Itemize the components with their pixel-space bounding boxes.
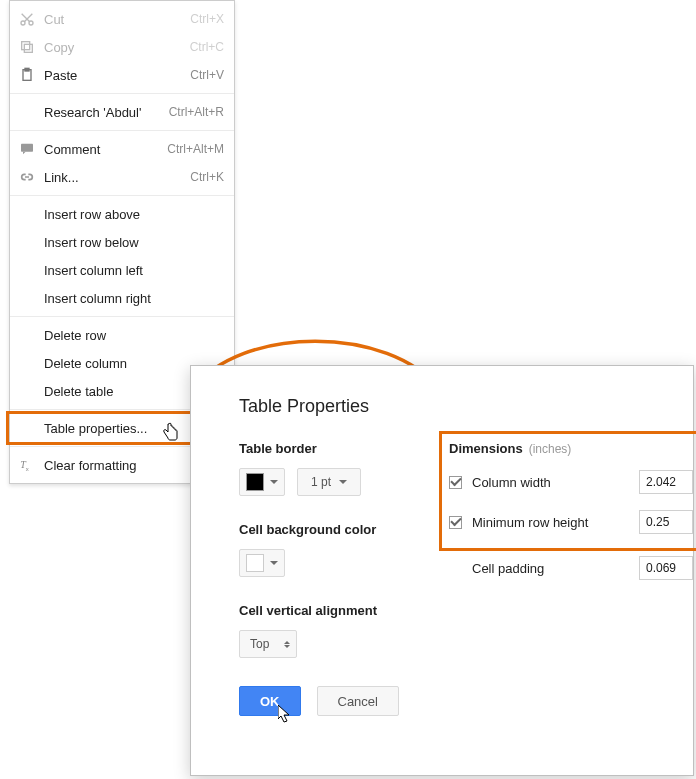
menu-item-shortcut: Ctrl+Alt+R xyxy=(169,105,224,119)
row-height-label: Minimum row height xyxy=(472,515,639,530)
stepper-caret-icon xyxy=(284,641,290,648)
row-height-checkbox[interactable] xyxy=(449,516,462,529)
cursor-arrow-icon xyxy=(278,705,294,725)
svg-rect-3 xyxy=(22,42,30,50)
svg-rect-2 xyxy=(24,44,32,52)
menu-item-label: Link... xyxy=(44,170,190,185)
chevron-down-icon xyxy=(339,480,347,484)
menu-item-cut: CutCtrl+X xyxy=(10,5,234,33)
ok-button[interactable]: OK xyxy=(239,686,301,716)
menu-item-label: Delete row xyxy=(44,328,224,343)
menu-item-label: Insert row above xyxy=(44,207,224,222)
dialog-title: Table Properties xyxy=(191,396,693,417)
cancel-button[interactable]: Cancel xyxy=(317,686,399,716)
cut-icon xyxy=(18,10,36,28)
menu-item-label: Comment xyxy=(44,142,167,157)
table-properties-dialog: Table Properties Table border 1 pt Cell xyxy=(190,365,694,776)
column-width-label: Column width xyxy=(472,475,639,490)
menu-separator xyxy=(10,316,234,317)
column-width-checkbox[interactable] xyxy=(449,476,462,489)
menu-item-label: Copy xyxy=(44,40,190,55)
row-height-input[interactable] xyxy=(639,510,693,534)
menu-separator xyxy=(10,130,234,131)
chevron-down-icon xyxy=(270,561,278,565)
copy-icon xyxy=(18,38,36,56)
menu-separator xyxy=(10,195,234,196)
menu-item-label: Research 'Abdul' xyxy=(44,105,169,120)
menu-item-shortcut: Ctrl+Alt+M xyxy=(167,142,224,156)
cell-bg-color-dropdown[interactable] xyxy=(239,549,285,577)
svg-text:x: x xyxy=(26,466,29,472)
menu-item-insert-row-above[interactable]: Insert row above xyxy=(10,200,234,228)
menu-item-comment[interactable]: CommentCtrl+Alt+M xyxy=(10,135,234,163)
menu-item-link[interactable]: Link...Ctrl+K xyxy=(10,163,234,191)
link-icon xyxy=(18,168,36,186)
menu-item-shortcut: Ctrl+C xyxy=(190,40,224,54)
border-color-dropdown[interactable] xyxy=(239,468,285,496)
comment-icon xyxy=(18,140,36,158)
svg-rect-6 xyxy=(21,144,33,152)
menu-item-label: Insert column right xyxy=(44,291,224,306)
menu-item-insert-column-left[interactable]: Insert column left xyxy=(10,256,234,284)
menu-item-label: Cut xyxy=(44,12,190,27)
svg-rect-5 xyxy=(25,68,29,71)
menu-item-insert-row-below[interactable]: Insert row below xyxy=(10,228,234,256)
dimensions-label: Dimensions xyxy=(449,441,523,456)
paste-icon xyxy=(18,66,36,84)
cell-padding-input[interactable] xyxy=(639,556,693,580)
menu-item-label: Insert row below xyxy=(44,235,224,250)
menu-item-insert-column-right[interactable]: Insert column right xyxy=(10,284,234,312)
color-swatch-icon xyxy=(246,554,264,572)
vertical-align-label: Cell vertical alignment xyxy=(239,603,449,618)
cell-bg-label: Cell background color xyxy=(239,522,449,537)
table-border-label: Table border xyxy=(239,441,449,456)
menu-item-label: Insert column left xyxy=(44,263,224,278)
menu-item-shortcut: Ctrl+K xyxy=(190,170,224,184)
clear-format-icon: Tx xyxy=(18,456,36,474)
menu-item-shortcut: Ctrl+V xyxy=(190,68,224,82)
menu-separator xyxy=(10,93,234,94)
cell-padding-label: Cell padding xyxy=(472,561,639,576)
menu-item-paste[interactable]: PasteCtrl+V xyxy=(10,61,234,89)
column-width-input[interactable] xyxy=(639,470,693,494)
menu-item-delete-row[interactable]: Delete row xyxy=(10,321,234,349)
border-width-dropdown[interactable]: 1 pt xyxy=(297,468,361,496)
menu-item-label: Paste xyxy=(44,68,190,83)
vertical-align-dropdown[interactable]: Top xyxy=(239,630,297,658)
menu-item-copy: CopyCtrl+C xyxy=(10,33,234,61)
svg-marker-7 xyxy=(23,152,26,155)
color-swatch-icon xyxy=(246,473,264,491)
dimensions-unit: (inches) xyxy=(529,442,572,456)
menu-item-research-abdul[interactable]: Research 'Abdul'Ctrl+Alt+R xyxy=(10,98,234,126)
menu-item-shortcut: Ctrl+X xyxy=(190,12,224,26)
chevron-down-icon xyxy=(270,480,278,484)
